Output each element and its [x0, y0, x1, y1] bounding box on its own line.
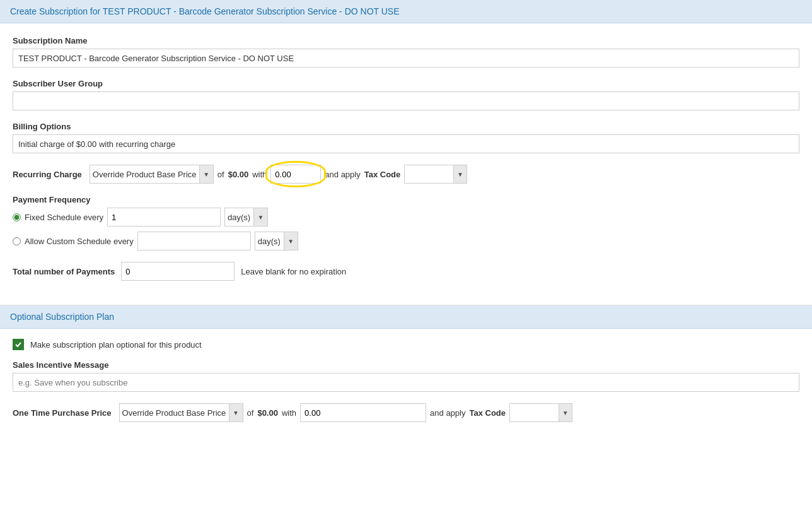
sales-incentive-group: Sales Incentive Message: [13, 360, 799, 392]
chevron-down-icon-5: ▼: [233, 409, 239, 416]
custom-days-dropdown[interactable]: day(s): [255, 232, 284, 250]
recurring-price-highlight: [270, 165, 321, 184]
subscription-name-input[interactable]: [13, 49, 799, 68]
page-title: Create Subscription for TEST PRODUCT - B…: [10, 6, 400, 16]
one-time-tax-code-arrow[interactable]: ▼: [559, 404, 572, 421]
chevron-down-icon-6: ▼: [562, 409, 569, 416]
recurring-tax-code-arrow[interactable]: ▼: [453, 165, 467, 183]
one-time-tax-code-dropdown[interactable]: [510, 404, 558, 421]
form-body: Subscription Name Subscriber User Group …: [0, 23, 812, 305]
total-payments-input[interactable]: [121, 262, 235, 281]
checkmark-icon: [14, 341, 22, 348]
recurring-of-text: of: [218, 170, 224, 179]
optional-section-header: Optional Subscription Plan: [0, 305, 812, 329]
fixed-days-arrow[interactable]: ▼: [253, 208, 267, 226]
recurring-charge-group: Recurring Charge Override Product Base P…: [13, 165, 799, 184]
fixed-schedule-radio[interactable]: [13, 213, 21, 221]
recurring-charge-dropdown-arrow[interactable]: ▼: [199, 165, 213, 183]
recurring-charge-dropdown[interactable]: Override Product Base Price: [90, 165, 199, 183]
one-time-tax-code-wrap[interactable]: ▼: [509, 403, 572, 422]
custom-schedule-input[interactable]: [137, 232, 251, 250]
fixed-schedule-row: Fixed Schedule every day(s) ▼: [13, 208, 799, 227]
optional-section-body: Make subscription plan optional for this…: [0, 339, 812, 446]
recurring-charge-row: Recurring Charge Override Product Base P…: [13, 165, 799, 184]
chevron-down-icon-2: ▼: [457, 171, 463, 178]
fixed-days-dropdown[interactable]: day(s): [225, 208, 253, 226]
one-time-price-group: One Time Purchase Price Override Product…: [13, 403, 799, 422]
custom-schedule-label: Allow Custom Schedule every: [25, 237, 134, 246]
sales-incentive-input[interactable]: [13, 373, 799, 392]
chevron-down-icon-3: ▼: [258, 214, 264, 221]
total-payments-label: Total number of Payments: [13, 267, 115, 276]
one-time-price-row: One Time Purchase Price Override Product…: [13, 403, 799, 422]
one-time-tax-code-label: Tax Code: [469, 408, 506, 418]
fixed-schedule-input[interactable]: [107, 208, 221, 227]
recurring-price-input[interactable]: [270, 165, 321, 184]
custom-days-dropdown-wrap[interactable]: day(s) ▼: [255, 232, 298, 250]
one-time-label: One Time Purchase Price: [13, 408, 112, 418]
recurring-tax-code-dropdown[interactable]: [405, 165, 453, 183]
one-time-dropdown-arrow[interactable]: ▼: [229, 404, 243, 421]
one-time-dropdown-wrap[interactable]: Override Product Base Price ▼: [119, 403, 243, 422]
billing-options-value: Initial charge of $0.00 with recurring c…: [13, 134, 799, 153]
total-payments-row: Total number of Payments Leave blank for…: [13, 262, 799, 281]
one-time-of-text: of: [247, 408, 254, 418]
optional-checkbox[interactable]: [13, 339, 24, 350]
fixed-schedule-label: Fixed Schedule every: [25, 213, 103, 222]
expire-note: Leave blank for no expiration: [241, 267, 346, 276]
recurring-and-apply-text: and apply: [325, 170, 360, 179]
recurring-tax-code-label: Tax Code: [364, 170, 401, 179]
recurring-with-text: with: [252, 170, 267, 179]
custom-schedule-radio[interactable]: [13, 237, 21, 245]
subscriber-user-group-input[interactable]: [13, 91, 799, 110]
optional-checkbox-label: Make subscription plan optional for this…: [30, 340, 202, 350]
subscriber-user-group-label: Subscriber User Group: [13, 79, 799, 88]
recurring-charge-dropdown-wrap[interactable]: Override Product Base Price ▼: [90, 165, 214, 184]
page-wrapper: Create Subscription for TEST PRODUCT - B…: [0, 0, 812, 506]
one-time-price-input[interactable]: [300, 403, 426, 422]
chevron-down-icon: ▼: [203, 171, 209, 178]
recurring-tax-code-dropdown-wrap[interactable]: ▼: [404, 165, 467, 184]
one-time-and-apply-text: and apply: [430, 408, 465, 418]
billing-options-label: Billing Options: [13, 122, 799, 131]
subscriber-user-group-group: Subscriber User Group: [13, 79, 799, 110]
one-time-amount: $0.00: [257, 408, 278, 418]
custom-schedule-row: Allow Custom Schedule every day(s) ▼: [13, 232, 799, 250]
recurring-charge-label: Recurring Charge: [13, 170, 82, 179]
subscription-name-group: Subscription Name: [13, 36, 799, 68]
payment-frequency-label: Payment Frequency: [13, 195, 799, 204]
one-time-dropdown[interactable]: Override Product Base Price: [120, 404, 229, 421]
one-time-with-text: with: [282, 408, 296, 418]
fixed-days-dropdown-wrap[interactable]: day(s) ▼: [224, 208, 268, 227]
payment-frequency-section: Payment Frequency Fixed Schedule every d…: [13, 195, 799, 250]
optional-section-title: Optional Subscription Plan: [10, 312, 114, 322]
optional-checkbox-row: Make subscription plan optional for this…: [13, 339, 799, 350]
chevron-down-icon-4: ▼: [287, 238, 294, 245]
billing-options-group: Billing Options Initial charge of $0.00 …: [13, 122, 799, 153]
sales-incentive-label: Sales Incentive Message: [13, 360, 799, 370]
subscription-name-label: Subscription Name: [13, 36, 799, 45]
custom-days-arrow[interactable]: ▼: [284, 232, 298, 250]
recurring-amount: $0.00: [228, 170, 249, 179]
page-header: Create Subscription for TEST PRODUCT - B…: [0, 0, 812, 23]
